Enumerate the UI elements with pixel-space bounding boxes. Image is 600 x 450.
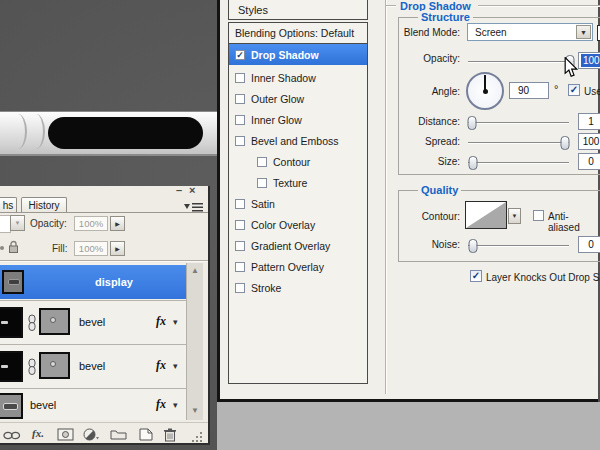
layer-name: display (95, 276, 133, 288)
styles-list: Blending Options: Default ✓ Drop Shadow … (228, 22, 368, 384)
fx-badge[interactable]: fx (156, 358, 166, 373)
style-item-satin[interactable]: Satin (229, 193, 367, 214)
layer-style-dialog: Styles Blending Options: Default ✓ Drop … (217, 0, 598, 402)
style-item-bevel-and-emboss[interactable]: Bevel and Emboss (229, 130, 367, 151)
scroll-down-icon[interactable]: ▼ (191, 407, 199, 415)
fx-collapse-caret[interactable]: ▾ (173, 400, 178, 410)
noise-slider-thumb[interactable] (469, 239, 478, 253)
noise-label: Noise: (350, 239, 460, 250)
layers-opacity-value[interactable]: 100% (74, 216, 108, 231)
spread-slider-thumb[interactable] (560, 136, 569, 150)
layer-knockout-checkbox[interactable]: ✓ (470, 270, 482, 282)
layer-name: bevel (79, 316, 105, 328)
adjustment-layer-icon[interactable] (83, 428, 99, 441)
combo-arrow-icon[interactable]: ▼ (576, 25, 591, 39)
style-checkbox[interactable] (235, 94, 245, 104)
layers-toolbar: fx. (0, 422, 208, 444)
palette-close-button[interactable]: × (189, 185, 195, 196)
tab-history[interactable]: History (21, 197, 67, 212)
contour-thumbnail[interactable] (465, 201, 507, 229)
link-layers-icon[interactable] (3, 431, 22, 440)
lock-icon[interactable] (8, 240, 19, 254)
fx-badge[interactable]: fx (156, 397, 166, 412)
noise-value-field[interactable]: 0 (578, 236, 600, 253)
use-global-light-label: Use Global Light (584, 86, 600, 97)
use-global-light-checkbox[interactable]: ✓ (568, 84, 580, 96)
contour-picker-arrow[interactable]: ▼ (508, 208, 521, 224)
style-item-texture[interactable]: Texture (229, 172, 367, 193)
new-group-icon[interactable] (110, 428, 127, 440)
title-rule (386, 5, 396, 7)
resize-grip[interactable] (192, 432, 203, 442)
layer-row-bevel-3[interactable]: bevel fx ▾ (0, 388, 186, 420)
distance-value-field[interactable]: 1 (578, 113, 600, 130)
style-checkbox[interactable] (235, 262, 245, 272)
layers-fill-stepper[interactable]: ▶ (110, 241, 125, 256)
effect-mask-thumbnail[interactable] (39, 308, 70, 335)
style-checkbox[interactable] (235, 220, 245, 230)
layer-row-display[interactable]: display (0, 265, 186, 299)
opacity-slider[interactable] (468, 61, 574, 63)
layer-list: display bevel fx ▾ (0, 263, 186, 420)
size-slider[interactable] (468, 162, 569, 164)
layer-row-bevel-2[interactable]: bevel fx ▾ (0, 344, 186, 387)
style-checkbox[interactable] (235, 241, 245, 251)
tab-paths[interactable]: hs (0, 197, 17, 212)
layer-thumbnail[interactable] (0, 351, 23, 382)
noise-slider[interactable] (468, 245, 569, 247)
style-checkbox[interactable] (235, 199, 245, 209)
layer-thumbnail[interactable] (0, 393, 23, 419)
palette-menu-icon[interactable] (184, 203, 204, 212)
blend-mode-select[interactable]: Screen ▼ (467, 23, 593, 41)
style-item-drop-shadow[interactable]: ✓ Drop Shadow (229, 44, 367, 65)
style-item-inner-shadow[interactable]: Inner Shadow (229, 67, 367, 88)
style-item-blending-options[interactable]: Blending Options: Default (229, 23, 367, 44)
effect-mask-thumbnail[interactable] (39, 352, 70, 379)
spread-slider[interactable] (468, 142, 569, 144)
fx-badge[interactable]: fx (156, 314, 166, 329)
style-item-inner-glow[interactable]: Inner Glow (229, 109, 367, 130)
style-item-pattern-overlay[interactable]: Pattern Overlay (229, 256, 367, 277)
style-checkbox[interactable] (235, 136, 245, 146)
anti-aliased-checkbox[interactable] (533, 210, 544, 221)
fx-collapse-caret[interactable]: ▾ (173, 317, 178, 327)
delete-layer-icon[interactable] (163, 428, 177, 442)
style-item-color-overlay[interactable]: Color Overlay (229, 214, 367, 235)
style-checkbox[interactable] (235, 283, 245, 293)
layer-knockout-label: Layer Knocks Out Drop Shadow (486, 272, 600, 283)
blend-mode-dropdown-arrow[interactable]: ▼ (10, 215, 25, 231)
distance-slider-thumb[interactable] (468, 116, 477, 130)
style-item-gradient-overlay[interactable]: Gradient Overlay (229, 235, 367, 256)
layers-fill-value[interactable]: 100% (74, 241, 108, 256)
new-layer-icon[interactable] (138, 428, 153, 441)
size-slider-thumb[interactable] (469, 156, 478, 170)
add-layer-mask-icon[interactable] (57, 428, 74, 441)
layer-thumbnail[interactable] (0, 307, 23, 338)
distance-slider[interactable] (468, 122, 569, 124)
layers-scrollbar[interactable]: ▲ ▼ (186, 263, 203, 420)
style-item-contour[interactable]: Contour (229, 151, 367, 172)
palette-minimize-button[interactable]: – (176, 185, 182, 196)
style-item-outer-glow[interactable]: Outer Glow (229, 88, 367, 109)
style-checkbox[interactable] (257, 157, 267, 167)
add-layer-style-icon[interactable]: fx. (32, 427, 44, 439)
angle-dial[interactable] (466, 72, 504, 110)
style-checkbox[interactable] (235, 73, 245, 83)
style-checkbox[interactable] (257, 178, 267, 188)
angle-label: Angle: (350, 86, 460, 97)
layer-thumbnail[interactable] (2, 270, 24, 294)
opacity-value-field[interactable]: 100 (578, 52, 600, 69)
angle-value-field[interactable]: 90 (509, 82, 549, 99)
size-value-field[interactable]: 0 (578, 153, 600, 170)
styles-header-box: Styles (228, 0, 368, 20)
style-checkbox[interactable]: ✓ (235, 50, 245, 60)
style-checkbox[interactable] (235, 115, 245, 125)
layers-fill-label: Fill: (52, 243, 68, 254)
spread-value-field[interactable]: 100 (578, 133, 600, 150)
lock-icon-clipped[interactable] (0, 246, 4, 250)
layer-row-bevel-1[interactable]: bevel fx ▾ (0, 300, 186, 343)
fx-collapse-caret[interactable]: ▾ (173, 361, 178, 371)
layers-opacity-stepper[interactable]: ▶ (110, 216, 125, 231)
style-item-stroke[interactable]: Stroke (229, 277, 367, 298)
scroll-up-icon[interactable]: ▲ (191, 267, 199, 275)
